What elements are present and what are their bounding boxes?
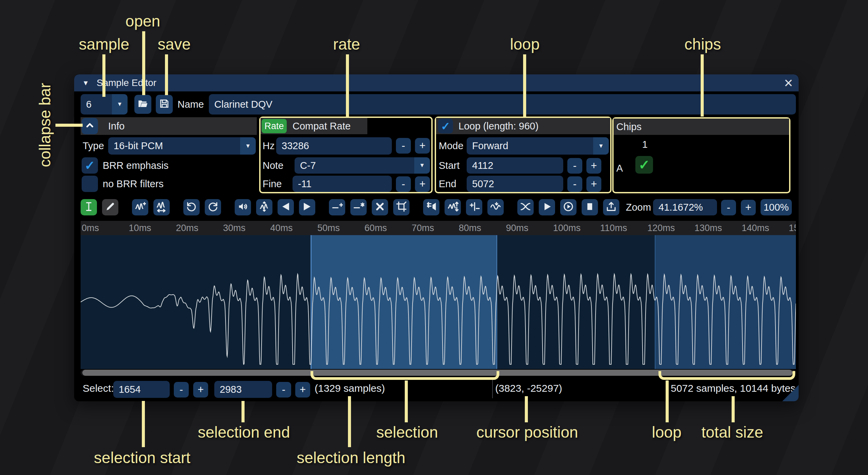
annotation-label-rate: rate [333, 35, 360, 53]
hz-plus-button[interactable]: + [415, 138, 430, 154]
signed-unsigned-button[interactable] [466, 199, 482, 215]
delete-button[interactable] [372, 199, 388, 215]
insert-silence-button[interactable] [329, 199, 345, 215]
window-titlebar[interactable]: ▼ Sample Editor × [74, 74, 799, 91]
chip-enable-checkbox[interactable]: ✓ [635, 156, 653, 174]
play-button[interactable] [539, 199, 555, 215]
note-select[interactable]: C-7 ▼ [295, 157, 430, 174]
loop-enable-checkbox[interactable]: ✓ [438, 119, 453, 134]
sample-selector[interactable]: 6 ▼ [81, 94, 128, 115]
annotation-bracket-selection [311, 371, 499, 380]
save-sample-button[interactable] [156, 95, 173, 114]
preview-button[interactable] [560, 199, 577, 215]
wave-resample-icon [156, 201, 167, 214]
chevron-down-icon[interactable]: ▼ [240, 137, 256, 155]
play-icon [541, 201, 553, 214]
waveform-display[interactable] [81, 235, 796, 369]
create-silence-button[interactable] [350, 199, 367, 215]
loop-end-plus-button[interactable]: + [586, 176, 601, 192]
selection-end-minus-button[interactable]: - [276, 382, 291, 398]
brr-emphasis-checkbox[interactable]: ✓ [82, 157, 98, 174]
trim-button[interactable] [393, 199, 410, 215]
chips-row-label: A [616, 160, 623, 176]
fade-out-button[interactable] [299, 199, 315, 215]
zoom-out-button[interactable]: - [721, 200, 736, 215]
ruler-tick: 150ms [789, 221, 796, 235]
selection-start-minus-button[interactable]: - [174, 382, 189, 398]
fine-minus-button[interactable]: - [396, 176, 411, 192]
annotation-label-sample: sample [79, 35, 129, 53]
annotation-label-loop: loop [510, 35, 540, 53]
hz-value: 33286 [282, 140, 309, 152]
export-button[interactable] [603, 199, 619, 215]
zoom-input[interactable]: 41.1672% [653, 199, 717, 215]
invert-icon [447, 201, 458, 214]
info-panel-title: Info [108, 117, 124, 135]
redo-icon [207, 201, 219, 214]
loop-header-label: Loop (length: 960) [458, 118, 538, 134]
annotation-label-selection-length: selection length [297, 448, 405, 467]
ruler-tick: 50ms [317, 221, 340, 235]
chevron-down-icon[interactable]: ▼ [414, 157, 430, 174]
sample-selector-value: 6 [86, 99, 91, 110]
ruler-tick: 130ms [695, 221, 722, 235]
loop-end-minus-button[interactable]: - [567, 176, 582, 192]
loop-end-input[interactable]: 5072 [467, 176, 563, 192]
floppy-save-icon [158, 98, 170, 111]
loop-start-minus-button[interactable]: - [567, 158, 582, 174]
sample-type-select[interactable]: 16-bit PCM ▼ [108, 137, 256, 155]
selection-end-input[interactable]: 2983 [214, 381, 272, 398]
loop-start-label: Start [439, 157, 460, 174]
amplify-button[interactable] [235, 199, 251, 215]
info-collapse-button[interactable] [82, 118, 98, 134]
open-sample-button[interactable] [134, 95, 151, 114]
hz-minus-button[interactable]: - [396, 138, 411, 154]
hz-input[interactable]: 33286 [276, 137, 392, 155]
fade-in-button[interactable] [278, 199, 294, 215]
wave-add-button[interactable] [132, 199, 148, 215]
annotation-label-selection: selection [376, 423, 438, 441]
window-collapse-icon[interactable]: ▼ [82, 74, 89, 91]
no-brr-filters-checkbox[interactable]: ✓ [82, 176, 98, 192]
fine-value: -11 [298, 178, 312, 190]
crossfade-button[interactable] [517, 199, 534, 215]
apply-filter-icon [490, 201, 501, 214]
ruler-tick: 10ms [129, 221, 151, 235]
edit-cursor-button[interactable] [81, 199, 97, 215]
sample-name-input[interactable]: Clarinet DQV [209, 94, 796, 115]
compat-rate-label[interactable]: Compat Rate [293, 118, 351, 134]
normalize-button[interactable] [256, 199, 272, 215]
undo-button[interactable] [183, 199, 200, 215]
zoom-reset-button[interactable]: 100% [761, 199, 792, 215]
loop-start-plus-button[interactable]: + [586, 158, 601, 174]
fine-plus-button[interactable]: + [415, 176, 430, 192]
invert-button[interactable] [445, 199, 461, 215]
chevron-up-icon [84, 120, 96, 133]
zoom-in-button[interactable]: + [741, 200, 756, 215]
apply-filter-button[interactable] [487, 199, 504, 215]
stop-icon [584, 201, 596, 214]
annotation-line-chips [701, 54, 704, 117]
chevron-down-icon[interactable]: ▼ [112, 94, 128, 115]
selection-end-plus-button[interactable]: + [295, 382, 310, 398]
chevron-down-icon[interactable]: ▼ [593, 137, 609, 155]
rate-badge[interactable]: Rate [262, 119, 287, 133]
wave-resample-button[interactable] [153, 199, 170, 215]
selection-start-plus-button[interactable]: + [193, 382, 208, 398]
annotation-line-selection-length [348, 396, 351, 447]
loop-mode-select[interactable]: Forward ▼ [467, 137, 609, 155]
reverse-button[interactable] [423, 199, 439, 215]
ruler-tick: 30ms [223, 221, 246, 235]
selection-length-text: (1329 samples) [315, 379, 385, 398]
window-title: Sample Editor [97, 74, 156, 91]
ruler-tick: 70ms [412, 221, 434, 235]
fine-input[interactable]: -11 [293, 176, 392, 192]
selection-start-input[interactable]: 1654 [113, 381, 170, 398]
annotation-line-loop [666, 381, 669, 422]
stop-button[interactable] [582, 199, 598, 215]
pencil-button[interactable] [102, 199, 118, 215]
close-icon[interactable]: × [778, 74, 799, 91]
window-resize-grip[interactable] [782, 385, 799, 401]
loop-start-input[interactable]: 4112 [467, 157, 563, 174]
redo-button[interactable] [205, 199, 221, 215]
